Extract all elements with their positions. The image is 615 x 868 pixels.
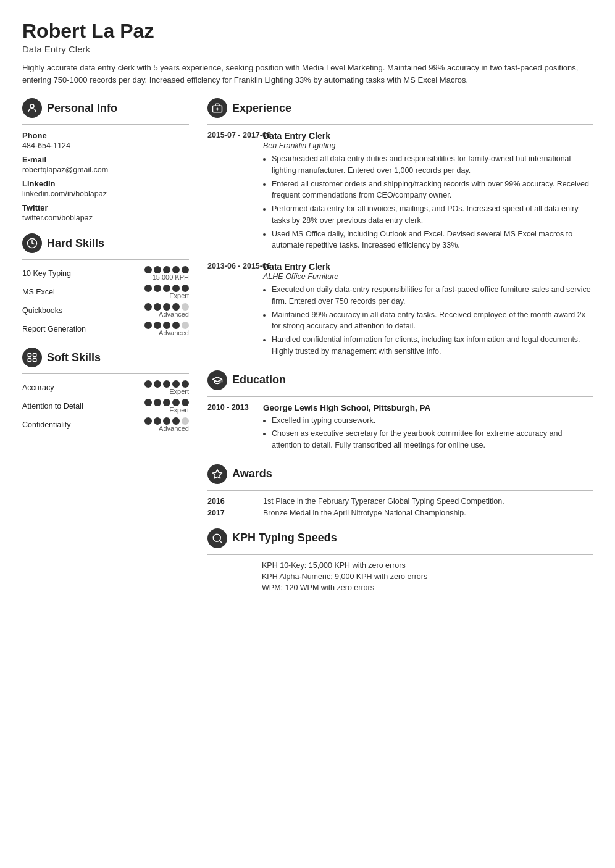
skill-dots-accuracy-circles xyxy=(144,380,189,388)
edu-school-1: George Lewis High School, Pittsburgh, PA xyxy=(263,403,593,412)
skill-row-10key: 10 Key Typing 15,000 KPH xyxy=(22,266,189,281)
svg-rect-5 xyxy=(33,359,36,362)
dot3 xyxy=(163,380,170,388)
personal-info-linkedin-label: LinkedIn xyxy=(22,179,189,188)
soft-skills-header: Soft Skills xyxy=(22,348,189,367)
education-divider xyxy=(207,396,593,397)
svg-marker-9 xyxy=(213,469,222,478)
exp-content-1: Data Entry Clerk Ben Franklin Lighting S… xyxy=(263,131,593,253)
kph-item-3: WPM: 120 WPM with zero errors xyxy=(262,583,593,592)
skill-level-10key: 15,000 KPH xyxy=(153,273,189,281)
dot2 xyxy=(154,266,161,273)
candidate-name: Robert La Paz xyxy=(22,20,593,43)
skill-level-report: Advanced xyxy=(159,329,189,336)
skill-dots-report-circles xyxy=(144,322,189,329)
exp-company-2: ALHE Office Furniture xyxy=(263,272,593,281)
dot4 xyxy=(172,266,180,273)
exp-dates-1: 2015-07 - 2017-08 xyxy=(207,131,257,253)
exp-dates-2: 2013-06 - 2015-06 xyxy=(207,262,257,359)
awards-header: Awards xyxy=(207,464,593,484)
awards-title: Awards xyxy=(232,467,272,480)
exp-bullets-2: Executed on daily data-entry responsibil… xyxy=(263,284,593,357)
svg-rect-2 xyxy=(28,353,31,356)
hard-skills-header: Hard Skills xyxy=(22,233,189,253)
education-icon xyxy=(207,370,227,390)
personal-info-phone-value: 484-654-1124 xyxy=(22,141,189,150)
hard-skills-title: Hard Skills xyxy=(47,237,104,250)
dot1 xyxy=(144,322,152,329)
dot5 xyxy=(182,303,189,311)
award-year-1: 2016 xyxy=(207,497,257,506)
skill-dots-attention: Expert xyxy=(144,399,189,414)
dot5 xyxy=(182,417,189,425)
skill-dots-quickbooks-circles xyxy=(144,303,189,311)
dot3 xyxy=(163,399,170,406)
awards-icon xyxy=(207,464,227,484)
skill-dots-confidentiality: Advanced xyxy=(144,417,189,432)
dot1 xyxy=(144,417,152,425)
award-text-2: Bronze Medal in the April Nitrotype Nati… xyxy=(263,509,466,517)
dot5 xyxy=(182,322,189,329)
skill-name-attention: Attention to Detail xyxy=(22,402,144,411)
edu-content-1: George Lewis High School, Pittsburgh, PA… xyxy=(263,403,593,453)
dot4 xyxy=(172,399,180,406)
soft-skills-icon xyxy=(22,348,42,367)
personal-info-twitter-label: Twitter xyxy=(22,203,189,212)
soft-skills-title: Soft Skills xyxy=(47,351,101,364)
svg-point-0 xyxy=(30,104,34,108)
personal-info-email-value: robertqlapaz@gmail.com xyxy=(22,165,189,174)
dot4 xyxy=(172,285,180,292)
exp-entry-1: 2015-07 - 2017-08 Data Entry Clerk Ben F… xyxy=(207,131,593,253)
skill-dots-excel-circles xyxy=(144,285,189,292)
skill-row-attention: Attention to Detail Expert xyxy=(22,399,189,414)
personal-info-linkedin-value: linkedin.com/in/boblapaz xyxy=(22,190,189,198)
svg-line-11 xyxy=(219,540,221,542)
summary-text: Highly accurate data entry clerk with 5 … xyxy=(22,62,593,86)
exp-company-1: Ben Franklin Lighting xyxy=(263,141,593,150)
bullet-2-3: Handled confidential information for cli… xyxy=(272,334,593,357)
hard-skills-icon xyxy=(22,233,42,253)
dot3 xyxy=(163,417,170,425)
skill-row-excel: MS Excel Expert xyxy=(22,285,189,299)
award-text-1: 1st Place in the February Typeracer Glob… xyxy=(263,497,504,506)
dot1 xyxy=(144,399,152,406)
dot2 xyxy=(154,303,161,311)
experience-header: Experience xyxy=(207,98,593,118)
skill-level-accuracy: Expert xyxy=(169,388,189,395)
experience-divider xyxy=(207,124,593,125)
award-year-2: 2017 xyxy=(207,509,257,517)
personal-info-phone-label: Phone xyxy=(22,131,189,140)
skill-row-report: Report Generation Advanced xyxy=(22,322,189,336)
edu-bullet-1-2: Chosen as executive secretary for the ye… xyxy=(272,428,593,451)
skill-dots-confidentiality-circles xyxy=(144,417,189,425)
dot2 xyxy=(154,285,161,292)
bullet-2-2: Maintained 99% accuracy in all data entr… xyxy=(272,309,593,333)
skill-name-report: Report Generation xyxy=(22,325,144,333)
edu-bullets-1: Excelled in typing coursework. Chosen as… xyxy=(263,415,593,451)
dot2 xyxy=(154,399,161,406)
dot4 xyxy=(172,417,180,425)
skill-dots-10key-circles xyxy=(144,266,189,273)
dot4 xyxy=(172,380,180,388)
personal-info-email-label: E-mail xyxy=(22,155,189,164)
personal-info-icon xyxy=(22,98,42,118)
kph-item-1: KPH 10-Key: 15,000 KPH with zero errors xyxy=(262,561,593,570)
bullet-1-4: Used MS Office daily, including Outlook … xyxy=(272,228,593,252)
dot3 xyxy=(163,285,170,292)
candidate-title: Data Entry Clerk xyxy=(22,44,593,54)
skill-dots-excel: Expert xyxy=(144,285,189,299)
bullet-1-1: Spearheaded all data entry duties and re… xyxy=(272,153,593,177)
kph-header: KPH Typing Speeds xyxy=(207,528,593,548)
education-header: Education xyxy=(207,370,593,390)
skill-row-confidentiality: Confidentiality Advanced xyxy=(22,417,189,432)
dot1 xyxy=(144,303,152,311)
dot3 xyxy=(163,266,170,273)
dot2 xyxy=(154,322,161,329)
bullet-1-3: Performed data entry for all invoices, m… xyxy=(272,203,593,227)
edu-entry-1: 2010 - 2013 George Lewis High School, Pi… xyxy=(207,403,593,453)
skill-level-confidentiality: Advanced xyxy=(159,425,189,432)
exp-bullets-1: Spearheaded all data entry duties and re… xyxy=(263,153,593,251)
skill-dots-report: Advanced xyxy=(144,322,189,336)
skill-name-confidentiality: Confidentiality xyxy=(22,420,144,429)
experience-icon xyxy=(207,98,227,118)
